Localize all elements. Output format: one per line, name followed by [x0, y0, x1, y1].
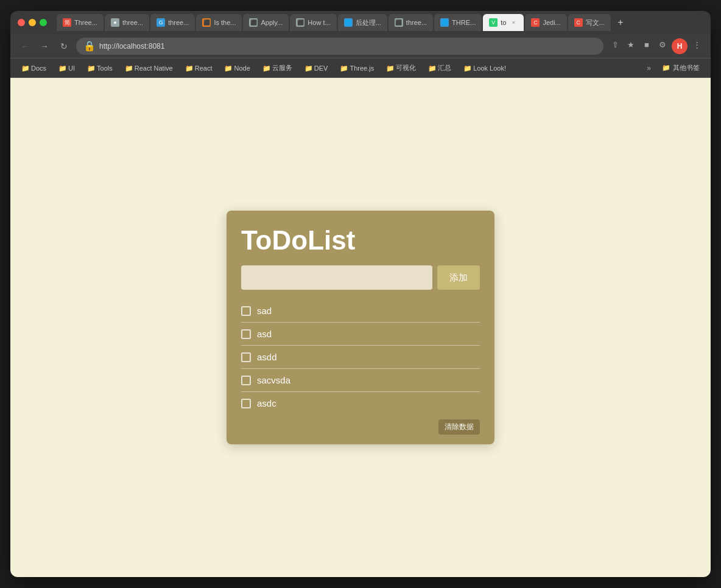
- browser-tab-t4[interactable]: ⬛Is the...: [196, 14, 242, 31]
- todo-list: sadasdasddsacvsdaasdc: [241, 299, 480, 415]
- bookmark-item[interactable]: 📁Tools: [82, 63, 118, 74]
- todo-checkbox[interactable]: [241, 329, 251, 339]
- menu-icon[interactable]: ⋮: [690, 38, 703, 52]
- folder-icon: 📁: [463, 65, 471, 72]
- bookmarks-more-button[interactable]: »: [643, 63, 655, 74]
- todo-item-text: sad: [257, 306, 272, 316]
- close-button[interactable]: [18, 19, 25, 26]
- browser-tab-t10[interactable]: Vto×: [483, 14, 524, 31]
- tab-favicon: C: [531, 18, 540, 27]
- bookmark-item[interactable]: 📁DEV: [300, 63, 333, 74]
- bookmark-item[interactable]: 📁汇总: [423, 61, 456, 74]
- clear-data-button[interactable]: 清除数据: [438, 419, 480, 435]
- back-button[interactable]: ←: [18, 39, 32, 54]
- todo-app: ToDoList 添加 sadasdasddsacvsdaasdc 清除数据: [227, 211, 494, 444]
- new-tab-button[interactable]: +: [612, 14, 629, 31]
- todo-list-item: asd: [241, 323, 480, 346]
- browser-tab-t9[interactable]: 🌐THRE...: [434, 14, 482, 31]
- bookmark-item[interactable]: 📁云服务: [258, 61, 297, 74]
- tab-close-button[interactable]: ×: [509, 18, 518, 27]
- bookmark-item[interactable]: 📁React Native: [120, 63, 178, 74]
- todo-list-item: sacvsda: [241, 369, 480, 392]
- bookmark-item[interactable]: 📁UI: [54, 63, 80, 74]
- tab-label: Apply...: [261, 19, 283, 26]
- tab-favicon: 简: [63, 18, 71, 27]
- browser-tab-t11[interactable]: CJedi...: [525, 14, 566, 31]
- address-text: http://localhost:8081: [99, 42, 164, 51]
- todo-checkbox[interactable]: [241, 306, 251, 316]
- bookmark-label: 可视化: [396, 63, 416, 72]
- folder-icon: 📁: [428, 65, 435, 72]
- toolbar-icons: ⇧ ★ ■ ⚙ H ⋮: [608, 38, 703, 54]
- tab-label: Three...: [74, 19, 97, 26]
- profile-avatar[interactable]: H: [672, 38, 688, 54]
- todo-checkbox[interactable]: [241, 352, 251, 362]
- bookmark-label: Docs: [31, 65, 46, 72]
- toolbar: ← → ↻ 🔒 http://localhost:8081 ⇧ ★ ■ ⚙ H …: [10, 34, 711, 58]
- bookmark-item[interactable]: 📁Three.js: [335, 63, 379, 74]
- bookmark-label: React Native: [135, 65, 173, 72]
- tab-favicon: 🌐: [440, 18, 449, 27]
- tab-favicon: C: [574, 18, 583, 27]
- todo-list-item: sad: [241, 299, 480, 323]
- folder-icon: 📁: [185, 65, 192, 72]
- todo-title: ToDoList: [241, 225, 480, 256]
- folder-icon: 📁: [262, 65, 270, 72]
- todo-item-text: asd: [257, 329, 272, 339]
- todo-item-text: sacvsda: [257, 375, 290, 385]
- browser-tab-t6[interactable]: ⬛How t...: [290, 14, 336, 31]
- forward-button[interactable]: →: [37, 39, 52, 54]
- browser-tab-t1[interactable]: 简Three...: [57, 14, 104, 31]
- extensions-icon[interactable]: ■: [640, 38, 653, 52]
- maximize-button[interactable]: [40, 19, 47, 26]
- todo-footer: 清除数据: [241, 419, 480, 435]
- browser-tab-t7[interactable]: 🌐后处理...: [338, 14, 387, 31]
- tab-label: three...: [406, 19, 427, 26]
- bookmark-item[interactable]: 📁Node: [219, 63, 255, 74]
- bookmark-item[interactable]: 📁可视化: [381, 61, 421, 74]
- tab-label: 后处理...: [356, 18, 381, 27]
- bookmark-icon[interactable]: ★: [624, 38, 638, 52]
- reload-button[interactable]: ↻: [57, 39, 71, 54]
- folder-icon: 📁: [340, 65, 347, 72]
- tab-favicon: ⬛: [249, 18, 258, 27]
- bookmark-label: Look Look!: [473, 65, 506, 72]
- other-bookmarks[interactable]: 📁其他书签: [657, 61, 705, 74]
- bookmark-label: Node: [234, 65, 250, 72]
- bookmark-item[interactable]: 📁React: [180, 63, 217, 74]
- add-todo-button[interactable]: 添加: [437, 265, 480, 290]
- todo-list-item: asdd: [241, 346, 480, 369]
- browser-tab-t5[interactable]: ⬛Apply...: [243, 14, 289, 31]
- share-icon[interactable]: ⇧: [608, 38, 622, 52]
- todo-input[interactable]: [241, 265, 432, 290]
- page-content: ToDoList 添加 sadasdasddsacvsdaasdc 清除数据: [10, 78, 711, 577]
- tabs-bar: 简Three...●three...Gthree...⬛Is the...⬛Ap…: [57, 14, 703, 31]
- bookmark-item[interactable]: 📁Docs: [16, 63, 51, 74]
- tab-label: THRE...: [452, 19, 476, 26]
- bookmark-label: React: [195, 65, 213, 72]
- settings-icon[interactable]: ⚙: [656, 38, 669, 52]
- browser-tab-t12[interactable]: C写文...: [568, 14, 611, 31]
- traffic-lights: [18, 19, 47, 26]
- bookmark-label: Three.js: [350, 65, 374, 72]
- tab-favicon: G: [157, 18, 165, 27]
- folder-icon: 📁: [386, 65, 393, 72]
- browser-tab-t3[interactable]: Gthree...: [150, 14, 195, 31]
- address-bar[interactable]: 🔒 http://localhost:8081: [76, 38, 603, 55]
- folder-icon: 📁: [58, 65, 66, 72]
- bookmark-label: 云服务: [272, 63, 292, 72]
- browser-tab-t2[interactable]: ●three...: [105, 14, 149, 31]
- todo-list-item: asdc: [241, 392, 480, 415]
- minimize-button[interactable]: [29, 19, 36, 26]
- todo-checkbox[interactable]: [241, 399, 251, 408]
- folder-icon: 📁: [125, 65, 132, 72]
- browser-tab-t8[interactable]: ⬛three...: [389, 14, 433, 31]
- tab-label: 写文...: [586, 18, 605, 27]
- bookmark-item[interactable]: 📁Look Look!: [459, 63, 511, 74]
- todo-input-row: 添加: [241, 265, 480, 290]
- tab-label: three...: [168, 19, 189, 26]
- tab-favicon: ⬛: [202, 18, 211, 27]
- folder-icon: 📁: [21, 65, 29, 72]
- bookmark-label: DEV: [314, 65, 328, 72]
- todo-checkbox[interactable]: [241, 376, 251, 385]
